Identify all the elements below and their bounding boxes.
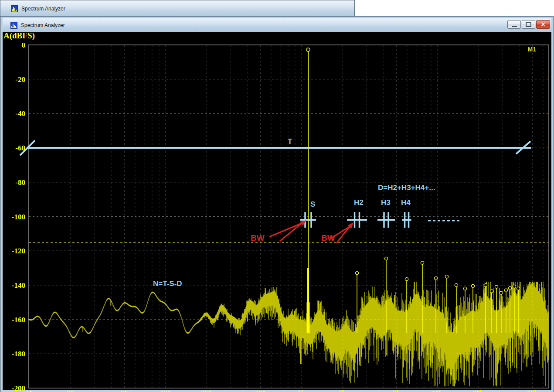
caption-buttons: × <box>507 20 550 29</box>
client-area <box>3 32 551 390</box>
close-button[interactable]: × <box>536 20 550 29</box>
minimize-button[interactable] <box>507 20 521 29</box>
main-window-titlebar[interactable]: Spectrum Analyzer × <box>3 18 551 32</box>
spectrum-app-icon <box>11 5 18 12</box>
maximize-button[interactable] <box>522 20 535 29</box>
spectrum-app-icon <box>10 22 17 29</box>
minimize-icon <box>512 26 517 27</box>
background-window-titlebar[interactable]: Spectrum Analyzer <box>0 0 354 17</box>
restore-icon <box>526 22 531 27</box>
main-window-title: Spectrum Analyzer <box>21 22 65 28</box>
background-window-title: Spectrum Analyzer <box>21 6 65 12</box>
screen: Spectrum Analyzer Spectrum Analyzer <box>0 0 554 392</box>
background-window[interactable]: Spectrum Analyzer <box>0 0 355 17</box>
close-icon: × <box>540 21 546 28</box>
main-window: Spectrum Analyzer × <box>1 17 553 392</box>
